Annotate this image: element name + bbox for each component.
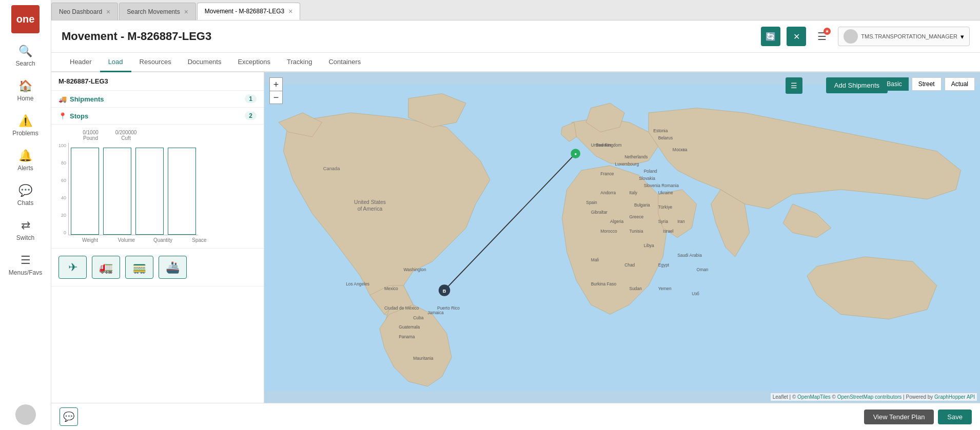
close-icon[interactable]: × bbox=[106, 8, 110, 16]
notification-badge: ★ bbox=[824, 28, 831, 35]
tab-tracking[interactable]: Tracking bbox=[279, 53, 320, 72]
truck-transport-button[interactable]: 🚛 bbox=[92, 256, 120, 279]
tab-label: Neo Dashboard bbox=[59, 8, 102, 15]
chat-icon: 💬 bbox=[18, 184, 32, 197]
close-icon[interactable]: × bbox=[288, 7, 292, 15]
footer-left: 💬 bbox=[60, 407, 78, 426]
menu-button[interactable]: ☰ ★ bbox=[812, 27, 832, 46]
close-icon[interactable]: × bbox=[184, 8, 188, 16]
graphhopper-link[interactable]: GraphHopper API bbox=[934, 394, 975, 400]
view-basic-button[interactable]: Basic bbox=[880, 77, 908, 91]
zoom-in-button[interactable]: + bbox=[269, 77, 283, 91]
tab-resources[interactable]: Resources bbox=[131, 53, 180, 72]
view-actual-button[interactable]: Actual bbox=[945, 77, 975, 91]
pin-icon: 📍 bbox=[58, 112, 67, 120]
chart-label-weight-top: 0/1000 Pound bbox=[74, 130, 107, 141]
tab-documents[interactable]: Documents bbox=[180, 53, 230, 72]
label-luxembourg: Luxembourg bbox=[615, 161, 639, 167]
bar-volume bbox=[103, 148, 131, 235]
sidebar-item-menus[interactable]: ☰ Menus/Favs bbox=[0, 248, 51, 282]
bar-volume-fill bbox=[103, 148, 131, 235]
view-street-button[interactable]: Street bbox=[912, 77, 942, 91]
label-mali: Mali bbox=[591, 257, 599, 262]
map-view-toolbar: Basic Street Actual bbox=[880, 77, 975, 91]
stops-count: 2 bbox=[245, 112, 257, 120]
content-area: Movement - M-826887-LEG3 🔄 ✕ ☰ ★ TMS.TRA… bbox=[51, 21, 980, 430]
shipments-section: 🚚 Shipments 1 bbox=[51, 91, 264, 108]
sidebar-item-label: Menus/Favs bbox=[9, 269, 42, 276]
label-egypt: Egypt bbox=[658, 262, 670, 268]
avatar[interactable] bbox=[15, 404, 36, 425]
sidebar-item-label: Chats bbox=[17, 199, 33, 207]
user-info: TMS.TRANSPORTATION_MANAGER bbox=[861, 33, 957, 39]
label-cuba: Cuba bbox=[413, 315, 423, 320]
sidebar-item-label: Alerts bbox=[17, 165, 33, 172]
bar-space bbox=[168, 148, 196, 235]
tab-header[interactable]: Header bbox=[62, 53, 100, 72]
chart-bars bbox=[68, 143, 198, 235]
label-burkina: Burkina Faso bbox=[591, 281, 617, 286]
label-syria: Syria bbox=[658, 219, 668, 224]
tab-containers[interactable]: Containers bbox=[320, 53, 369, 72]
map-menu-button[interactable]: ☰ bbox=[786, 77, 802, 94]
truck-icon: 🚚 bbox=[58, 95, 67, 103]
tab-label: Movement - M-826887-LEG3 bbox=[205, 8, 284, 15]
sidebar-item-switch[interactable]: ⇄ Switch bbox=[0, 213, 51, 248]
world-map: B ● United States of America Canada Unit… bbox=[264, 72, 980, 403]
label-greece: Greece bbox=[630, 214, 644, 219]
rail-transport-button[interactable]: 🚃 bbox=[125, 256, 153, 279]
chevron-down-icon: ▾ bbox=[961, 33, 964, 40]
label-turkey: Türkiye bbox=[658, 204, 673, 210]
search-icon: 🔍 bbox=[18, 45, 32, 58]
user-dropdown[interactable]: TMS.TRANSPORTATION_MANAGER ▾ bbox=[838, 27, 970, 46]
label-germany: Poland bbox=[644, 169, 658, 174]
label-chad: Chad bbox=[624, 262, 635, 268]
user-name: TMS.TRANSPORTATION_MANAGER bbox=[861, 33, 957, 39]
label-sudan: Sudan bbox=[630, 286, 642, 291]
map-panel: + − ☰ Add Shipments Basic Street Actual bbox=[264, 72, 980, 403]
sidebar-item-problems[interactable]: ⚠️ Problems bbox=[0, 108, 51, 143]
tab-movement[interactable]: Movement - M-826887-LEG3 × bbox=[197, 3, 301, 20]
page-title: Movement - M-826887-LEG3 bbox=[62, 30, 755, 43]
sidebar-item-label: Search bbox=[15, 60, 35, 67]
tab-load[interactable]: Load bbox=[100, 53, 131, 72]
label-libya: Libya bbox=[644, 243, 654, 248]
label-puerto-rico: Puerto Rico bbox=[437, 305, 460, 311]
label-yemen: Yemen bbox=[658, 286, 672, 291]
sidebar-item-alerts[interactable]: 🔔 Alerts bbox=[0, 143, 51, 178]
chart-area: 0/1000 Pound 0/200000 Cuft 100 80 60 bbox=[51, 125, 264, 249]
openstreetmap-link[interactable]: OpenStreetMap contributors bbox=[837, 394, 902, 400]
tab-neo-dashboard[interactable]: Neo Dashboard × bbox=[51, 3, 118, 20]
label-israel: Israel bbox=[663, 229, 674, 234]
refresh-button[interactable]: 🔄 bbox=[761, 27, 780, 46]
warning-icon: ⚠️ bbox=[18, 114, 32, 128]
main-area: Neo Dashboard × Search Movements × Movem… bbox=[51, 0, 980, 430]
sidebar-item-home[interactable]: 🏠 Home bbox=[0, 73, 51, 108]
bell-icon: 🔔 bbox=[18, 149, 32, 162]
footer-right: View Tender Plan Save bbox=[864, 409, 972, 424]
tab-exceptions[interactable]: Exceptions bbox=[229, 53, 279, 72]
label-netherlands: Netherlands bbox=[624, 154, 648, 159]
label-italy: Italy bbox=[630, 190, 638, 195]
zoom-out-button[interactable]: − bbox=[269, 91, 283, 104]
close-button[interactable]: ✕ bbox=[787, 27, 806, 46]
label-oman: Oman bbox=[697, 267, 709, 272]
stops-section: 📍 Stops 2 bbox=[51, 108, 264, 125]
bar-quantity bbox=[135, 148, 164, 235]
air-transport-button[interactable]: ✈ bbox=[58, 256, 87, 279]
openmaptiles-link[interactable]: OpenMapTiles bbox=[797, 394, 831, 400]
map-zoom-controls: + − bbox=[269, 77, 283, 104]
view-tender-button[interactable]: View Tender Plan bbox=[864, 409, 934, 424]
save-button[interactable]: Save bbox=[938, 409, 972, 424]
label-canada: Canada bbox=[323, 166, 341, 171]
add-shipments-button[interactable]: Add Shipments bbox=[826, 77, 888, 93]
sidebar-item-chats[interactable]: 💬 Chats bbox=[0, 178, 51, 213]
chat-button[interactable]: 💬 bbox=[60, 407, 78, 426]
label-washington: Washington bbox=[404, 267, 426, 272]
label-bulgaria: Bulgaria bbox=[634, 202, 650, 208]
tab-search-movements[interactable]: Search Movements × bbox=[119, 3, 196, 20]
sub-tabs: Header Load Resources Documents Exceptio… bbox=[51, 53, 980, 72]
ship-transport-button[interactable]: 🚢 bbox=[159, 256, 187, 279]
sidebar-item-search[interactable]: 🔍 Search bbox=[0, 38, 51, 73]
movement-id-label: M-826887-LEG3 bbox=[51, 72, 264, 91]
